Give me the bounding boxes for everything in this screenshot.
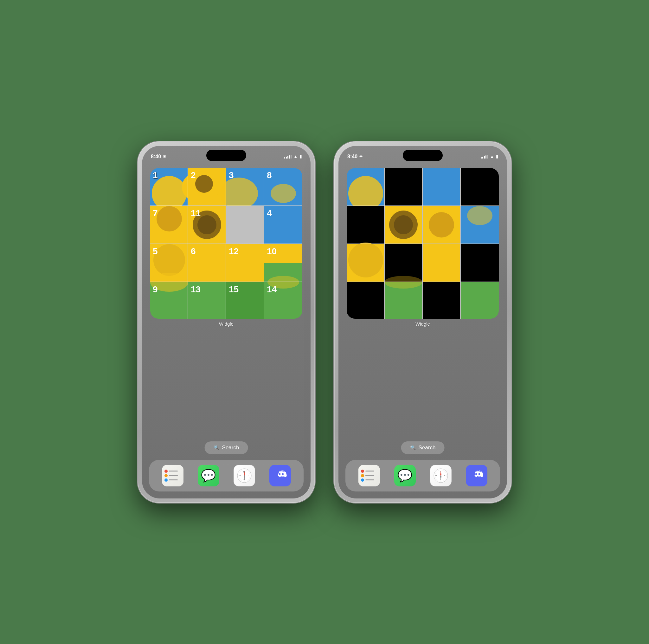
- dynamic-island-left: [206, 150, 246, 161]
- safari-compass-icon: N S W E: [237, 468, 252, 483]
- puzzle-svg-right: [347, 168, 499, 319]
- discord-icon: [273, 469, 287, 483]
- svg-text:6: 6: [191, 246, 196, 256]
- svg-text:11: 11: [191, 208, 201, 218]
- dynamic-island-right: [403, 150, 443, 161]
- battery-icon-right: ▮: [496, 154, 498, 159]
- status-time-left: 8:40 ☀: [151, 154, 166, 160]
- app-messages-left[interactable]: 💬: [198, 465, 219, 486]
- signal-icon-right: [481, 155, 488, 159]
- svg-rect-60: [385, 168, 422, 205]
- svg-text:10: 10: [267, 246, 277, 256]
- search-button-left[interactable]: 🔍 Search: [205, 441, 248, 454]
- search-mag-icon-left: 🔍: [214, 445, 220, 451]
- app-reminders-left[interactable]: [162, 465, 183, 486]
- app-discord-right[interactable]: [466, 465, 487, 486]
- widget-area-left: 1 2 3 8: [151, 168, 302, 327]
- dock-left: 💬 N S W E: [149, 460, 304, 491]
- svg-text:W: W: [435, 475, 437, 477]
- status-icons-left: ▲ ▮: [284, 154, 302, 159]
- phone-screen-left: 8:40 ☀ ▲ ▮: [142, 146, 310, 498]
- phone-screen-right: 8:40 ☀ ▲ ▮: [339, 146, 507, 498]
- svg-text:7: 7: [153, 208, 158, 218]
- svg-text:E: E: [444, 475, 445, 477]
- svg-point-18: [198, 215, 216, 234]
- widget-label-left: Widgle: [219, 321, 233, 327]
- svg-text:S: S: [243, 479, 245, 480]
- battery-icon-left: ▮: [299, 154, 302, 159]
- svg-point-14: [157, 206, 182, 232]
- sun-icon-right: ☀: [359, 154, 363, 159]
- svg-text:8: 8: [267, 170, 272, 180]
- discord-icon-right: [470, 469, 484, 483]
- wifi-icon-right: ▲: [490, 154, 494, 159]
- svg-text:W: W: [239, 475, 241, 477]
- svg-rect-76: [347, 282, 384, 319]
- svg-text:N: N: [440, 471, 441, 473]
- svg-text:12: 12: [229, 246, 239, 256]
- app-reminders-right[interactable]: [358, 465, 380, 486]
- puzzle-widget-left[interactable]: 1 2 3 8: [150, 168, 302, 319]
- sun-icon-left: ☀: [163, 154, 166, 159]
- app-safari-left[interactable]: N S W E: [233, 465, 255, 486]
- svg-text:2: 2: [191, 170, 196, 180]
- svg-text:9: 9: [153, 284, 158, 294]
- dock-right: 💬 N S W E: [345, 460, 500, 491]
- svg-point-68: [429, 212, 454, 238]
- safari-compass-icon-right: N S W E: [433, 468, 448, 483]
- svg-text:3: 3: [229, 170, 234, 180]
- svg-text:13: 13: [191, 284, 201, 294]
- app-discord-left[interactable]: [269, 465, 291, 486]
- svg-point-24: [154, 244, 185, 276]
- svg-point-66: [394, 215, 413, 234]
- status-time-right: 8:40 ☀: [347, 154, 363, 160]
- svg-text:1: 1: [153, 170, 158, 180]
- search-label-left: Search: [222, 445, 239, 451]
- svg-rect-75: [461, 244, 499, 282]
- svg-text:4: 4: [267, 208, 272, 218]
- svg-text:E: E: [248, 475, 249, 477]
- svg-point-70: [467, 206, 492, 225]
- puzzle-svg-left: 1 2 3 8: [150, 168, 302, 319]
- app-messages-right[interactable]: 💬: [394, 465, 416, 486]
- svg-rect-63: [347, 206, 384, 244]
- svg-rect-62: [461, 168, 499, 205]
- svg-rect-61: [423, 168, 460, 205]
- widget-label-right: Widgle: [416, 321, 430, 327]
- puzzle-widget-right[interactable]: [347, 168, 499, 319]
- svg-text:15: 15: [229, 284, 239, 294]
- svg-text:14: 14: [267, 284, 277, 294]
- svg-point-5: [195, 175, 213, 193]
- svg-rect-74: [423, 244, 460, 282]
- status-icons-right: ▲ ▮: [481, 154, 498, 159]
- search-button-right[interactable]: 🔍 Search: [401, 441, 445, 454]
- wifi-icon-left: ▲: [294, 154, 298, 159]
- svg-rect-20: [226, 206, 264, 244]
- widget-area-right: Widgle: [347, 168, 498, 327]
- svg-point-72: [348, 243, 383, 277]
- signal-icon-left: [284, 155, 292, 159]
- svg-rect-79: [423, 282, 460, 319]
- phone-left: 8:40 ☀ ▲ ▮: [137, 142, 315, 503]
- svg-text:5: 5: [153, 246, 158, 256]
- svg-rect-80: [461, 282, 499, 319]
- svg-point-11: [271, 184, 296, 203]
- svg-text:S: S: [440, 479, 441, 480]
- svg-text:N: N: [243, 471, 245, 473]
- search-mag-icon-right: 🔍: [410, 445, 416, 451]
- app-safari-right[interactable]: N S W E: [430, 465, 451, 486]
- phone-right: 8:40 ☀ ▲ ▮: [334, 142, 512, 503]
- search-label-right: Search: [419, 445, 436, 451]
